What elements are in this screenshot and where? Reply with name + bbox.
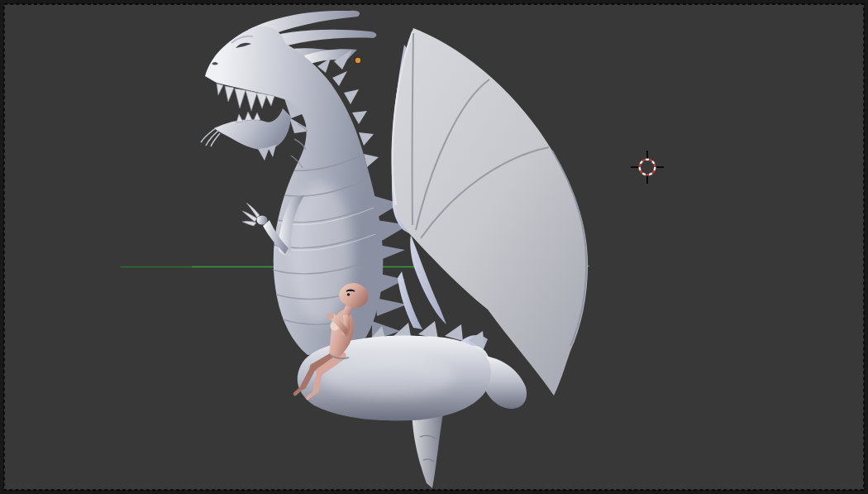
viewport-canvas[interactable] bbox=[0, 0, 868, 494]
human-eyebrow bbox=[346, 290, 355, 292]
tail-sheen bbox=[322, 355, 455, 398]
human-eye bbox=[347, 294, 350, 296]
calf[interactable] bbox=[316, 372, 320, 391]
human-fist[interactable] bbox=[327, 313, 334, 319]
hand[interactable] bbox=[257, 216, 268, 225]
object-origin-dot bbox=[355, 57, 361, 64]
viewport[interactable] bbox=[0, 0, 868, 494]
